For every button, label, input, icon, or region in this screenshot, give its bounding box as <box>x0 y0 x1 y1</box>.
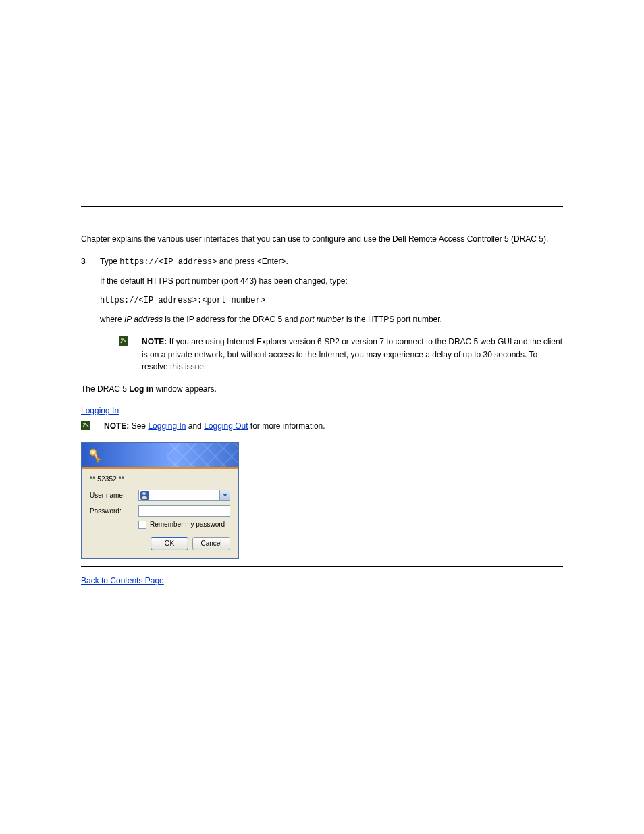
chevron-down-icon[interactable] <box>219 490 230 500</box>
svg-rect-2 <box>81 421 90 430</box>
text: window appears. <box>153 384 216 394</box>
text: See <box>129 421 148 431</box>
text: The DRAC 5 <box>81 384 129 394</box>
text: and <box>186 421 204 431</box>
note-2: NOTE: See Logging In and Logging Out for… <box>81 420 563 433</box>
auth-dialog: ** 52352 ** User name: Password: <box>81 442 239 559</box>
login-window-paragraph: The DRAC 5 Log in window appears. <box>81 383 563 396</box>
command-text: https:// <box>119 257 159 267</box>
dialog-body: ** 52352 ** User name: Password: <box>82 469 238 558</box>
intro-paragraph: Chapter explains the various user interf… <box>81 233 563 246</box>
link-logging-in[interactable]: Logging In <box>148 421 186 431</box>
dialog-site-text: ** 52352 ** <box>90 475 230 483</box>
link-logging-out[interactable]: Logging Out <box>204 421 248 431</box>
svg-point-5 <box>92 451 95 454</box>
svg-rect-0 <box>119 336 128 346</box>
text: is the IP address for the DRAC 5 and <box>163 315 300 324</box>
ok-button[interactable]: OK <box>151 537 188 550</box>
text: and press <Enter>. <box>217 257 288 266</box>
svg-point-3 <box>83 423 84 424</box>
note-icon <box>81 421 90 430</box>
text: for more information. <box>248 421 325 431</box>
ip-var: <IP address> <box>139 296 197 305</box>
back-to-contents-link[interactable]: Back to Contents Page <box>81 576 164 585</box>
keys-icon <box>87 447 105 465</box>
footer-link-row: Back to Contents Page <box>81 575 563 588</box>
step-3-cmd2: https://<IP address>:<port number> <box>100 294 563 307</box>
document-page: Chapter explains the various user interf… <box>0 0 644 834</box>
cancel-button[interactable]: Cancel <box>192 537 230 550</box>
text: Type <box>100 257 119 266</box>
username-label: User name: <box>90 492 138 499</box>
port-var: <port number> <box>202 296 265 305</box>
note-block: NOTE: If you are using Internet Explorer… <box>100 336 563 373</box>
username-combo[interactable] <box>138 490 230 501</box>
step-3: 3 Type https://<<IP address>IP address> … <box>81 255 563 373</box>
remember-label: Remember my password <box>150 521 225 528</box>
see-link-line: Logging In <box>81 405 563 417</box>
bold-text: Log in <box>129 384 153 394</box>
var: IP address <box>124 315 163 324</box>
step-3-line-2: If the default HTTPS port number (port 4… <box>100 275 563 288</box>
dialog-buttons: OK Cancel <box>90 537 230 550</box>
ip-placeholder: <<IP address>IP address> <box>159 257 217 267</box>
ok-label: OK <box>165 540 174 547</box>
user-icon <box>140 491 149 500</box>
dialog-header <box>82 443 238 469</box>
svg-rect-6 <box>95 454 99 462</box>
text: https:// <box>100 296 139 305</box>
text: where <box>100 315 124 324</box>
thin-divider <box>81 566 563 567</box>
remember-checkbox[interactable] <box>138 521 146 529</box>
username-row: User name: <box>90 490 230 501</box>
note-label: NOTE: <box>142 337 167 346</box>
step-3-where: where IP address is the IP address for t… <box>100 313 563 326</box>
remember-row: Remember my password <box>90 521 230 529</box>
password-label: Password: <box>90 507 138 515</box>
step-number: 3 <box>81 255 86 268</box>
svg-point-1 <box>121 338 122 340</box>
text: is the HTTPS port number. <box>344 315 442 324</box>
var: port number <box>300 315 344 324</box>
password-input[interactable] <box>138 505 230 517</box>
step-3-line-1: Type https://<<IP address>IP address> an… <box>100 255 563 269</box>
section-divider <box>81 206 563 207</box>
note-icon <box>119 336 128 346</box>
svg-marker-8 <box>223 494 227 497</box>
password-row: Password: <box>90 505 230 517</box>
cancel-label: Cancel <box>200 540 221 547</box>
link-logging-in-top[interactable]: Logging In <box>81 406 119 415</box>
note-text: If you are using Internet Explorer versi… <box>142 337 562 371</box>
note-label: NOTE: <box>104 421 129 431</box>
